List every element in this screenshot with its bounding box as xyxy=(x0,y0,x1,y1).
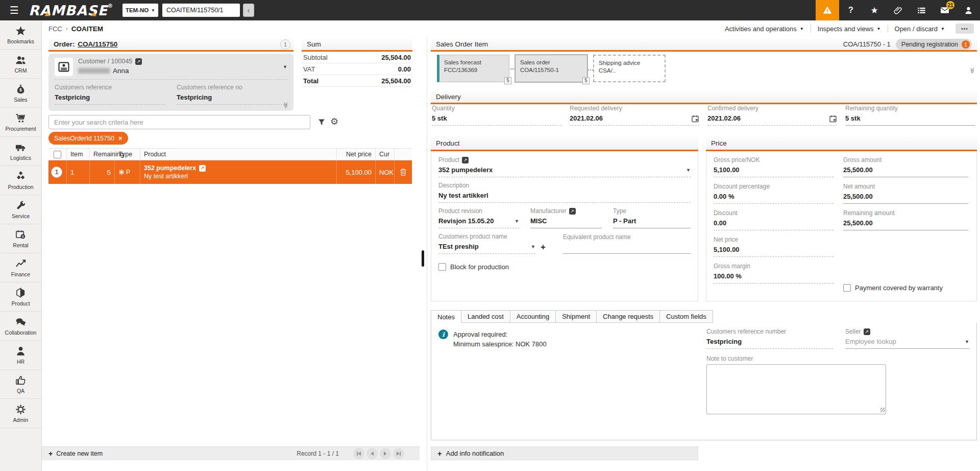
item-search-input[interactable] xyxy=(48,115,310,129)
activities-operations-menu[interactable]: Activities and operations ▼ xyxy=(718,25,811,33)
tab-notes[interactable]: Notes xyxy=(431,310,461,323)
open-seller-icon[interactable]: ↗ xyxy=(864,328,870,335)
trash-icon[interactable] xyxy=(400,168,407,176)
chevron-down-icon[interactable]: ▼ xyxy=(531,242,535,251)
chevron-down-icon[interactable]: ▼ xyxy=(514,217,519,226)
add-info-notification-button[interactable]: + Add info notification xyxy=(431,446,698,460)
sidebar-item-hr[interactable]: HR xyxy=(0,341,41,370)
more-options-button[interactable]: ••• xyxy=(955,23,974,34)
main-area: Order: COA/115750 1 Customer / 100045 ↗ xyxy=(42,37,980,471)
requested-delivery-field[interactable]: Requested delivery 2021.02.06 xyxy=(570,105,699,126)
confirmed-delivery-field[interactable]: Confirmed delivery 2021.02.06 xyxy=(707,105,837,126)
global-search-input[interactable] xyxy=(162,4,240,17)
user-profile-button[interactable] xyxy=(957,0,980,20)
sidebar-item-bookmarks[interactable]: Bookmarks xyxy=(0,20,41,50)
column-header-cur[interactable]: Cur xyxy=(376,149,395,160)
customer-dropdown-icon[interactable]: ▼ xyxy=(283,64,287,69)
description-field[interactable]: Description Ny test artikkerl xyxy=(438,182,691,203)
sidebar-item-collaboration[interactable]: Collaboration xyxy=(0,312,41,341)
order-link[interactable]: COA/115750 xyxy=(78,40,117,48)
filter-funnel-icon[interactable] xyxy=(317,118,326,128)
tab-shipment[interactable]: Shipment xyxy=(555,310,597,323)
module-select[interactable]: TEM-NO ▼ xyxy=(122,4,158,17)
help-button[interactable]: ? xyxy=(839,0,863,20)
sidebar-item-product[interactable]: Product xyxy=(0,282,41,312)
product-name: 352 pumpedelerx xyxy=(144,164,196,172)
calendar-icon[interactable] xyxy=(829,114,837,123)
create-new-item-button[interactable]: + Create new item xyxy=(48,450,103,458)
table-row[interactable]: 1 1 5 P 352 pumpedelerx ↗ Ny test artikk… xyxy=(48,160,412,184)
notes-right-column: Customers reference number Testpricing S… xyxy=(706,328,969,414)
sidebar-item-logistics[interactable]: Logistics xyxy=(0,137,41,166)
flow-box-shipping-advice[interactable]: Shipping advice CSA/.. xyxy=(593,55,666,82)
customers-product-name-field[interactable]: Customers product name TEst preship ▼ xyxy=(438,233,535,254)
column-header-net-price[interactable]: Net price xyxy=(337,149,376,160)
add-customers-product-name-button[interactable]: + xyxy=(541,243,546,254)
open-customer-icon[interactable]: ↗ xyxy=(135,58,142,65)
note-to-customer-textarea[interactable] xyxy=(706,364,886,414)
calendar-icon[interactable] xyxy=(691,114,699,123)
splitter-drag-handle[interactable] xyxy=(422,250,424,267)
chevron-down-icon[interactable]: ▼ xyxy=(965,337,969,346)
next-page-button[interactable] xyxy=(380,448,391,459)
alerts-button[interactable] xyxy=(816,0,839,20)
gross-price-field[interactable]: Gross price/NOK 5,100.00 xyxy=(714,156,834,177)
tab-custom-fields[interactable]: Custom fields xyxy=(659,310,713,323)
product-revision-field[interactable]: Product revision Revisjon 15.05.20 ▼ xyxy=(438,207,519,228)
previous-page-button[interactable] xyxy=(366,448,378,459)
column-header-product[interactable]: Product xyxy=(140,149,337,160)
expand-flow-icon[interactable]: ≫ xyxy=(969,67,976,74)
textarea-resize-handle[interactable] xyxy=(880,408,885,412)
tasks-list-button[interactable] xyxy=(910,0,933,20)
sidebar-item-sales[interactable]: $ Sales xyxy=(0,79,41,108)
sidebar-item-service[interactable]: Service xyxy=(0,195,41,224)
sidebar-item-rental[interactable]: $ Rental xyxy=(0,224,41,253)
flow-connector-dotted xyxy=(588,66,593,70)
column-header-remaining[interactable]: Remaining xyxy=(90,149,115,160)
flow-box-sales-forecast[interactable]: Sales forecast FCC/136369 5 xyxy=(437,55,509,82)
quantity-field[interactable]: Quantity 5 stk xyxy=(432,105,561,126)
column-header-item[interactable]: Item xyxy=(67,149,90,160)
open-discard-menu[interactable]: Open / discard ▼ xyxy=(888,25,951,33)
column-header-type[interactable]: Type xyxy=(115,149,140,160)
equivalent-product-name-field[interactable]: Equivalent product name xyxy=(563,233,691,254)
open-manufacturer-icon[interactable]: ↗ xyxy=(569,208,576,215)
open-product-icon[interactable]: ↗ xyxy=(462,157,469,163)
sidebar-item-crm[interactable]: CRM xyxy=(0,50,41,79)
sidebar-item-finance[interactable]: Finance xyxy=(0,253,41,282)
sales-order-filter-chip[interactable]: SalesOrderId 115750 × xyxy=(48,132,128,145)
messages-button[interactable]: 21 xyxy=(933,0,957,20)
customers-reference-number-field[interactable]: Customers reference number Testpricing xyxy=(706,328,833,349)
remove-filter-icon[interactable]: × xyxy=(118,134,122,142)
sidebar-item-procurement[interactable]: Procurement xyxy=(0,108,41,137)
first-page-button[interactable] xyxy=(353,448,364,459)
customers-reference-field[interactable]: Customers reference Testpricing xyxy=(55,84,165,105)
product-field[interactable]: Product ↗ 352 pumpedelerx ▼ xyxy=(438,156,691,177)
inspects-views-menu[interactable]: Inspects and views ▼ xyxy=(811,25,888,33)
sidebar-item-qa[interactable]: QA xyxy=(0,370,41,399)
expand-customer-card-icon[interactable]: ≫ xyxy=(283,102,290,109)
block-for-production-checkbox[interactable] xyxy=(438,263,446,271)
customers-reference-no-field[interactable]: Customers reference no Testpricing xyxy=(177,84,287,105)
discount-percentage-field[interactable]: Discount percentage 0.00 % xyxy=(714,183,834,204)
tab-landed-cost[interactable]: Landed cost xyxy=(461,310,510,323)
favorites-button[interactable]: ★ xyxy=(863,0,886,20)
open-product-icon[interactable]: ↗ xyxy=(199,165,206,172)
tab-change-requests[interactable]: Change requests xyxy=(596,310,660,323)
discount-field[interactable]: Discount 0.00 xyxy=(714,209,834,230)
sidebar-item-admin[interactable]: Admin xyxy=(0,399,41,428)
back-button[interactable]: ‹ xyxy=(243,4,254,17)
attachments-button[interactable] xyxy=(886,0,910,20)
last-page-button[interactable] xyxy=(393,448,404,459)
chevron-down-icon[interactable]: ▼ xyxy=(686,166,691,175)
hamburger-menu-icon[interactable]: ☰ xyxy=(0,4,29,16)
tab-accounting[interactable]: Accounting xyxy=(510,310,556,323)
payment-warranty-checkbox[interactable] xyxy=(843,284,851,292)
select-all-checkbox[interactable] xyxy=(54,151,61,158)
settings-gear-icon[interactable]: ⚙ xyxy=(330,116,338,127)
net-price-field[interactable]: Net price 5,100.00 xyxy=(714,236,834,257)
breadcrumb-root[interactable]: FCC xyxy=(48,25,62,33)
seller-field[interactable]: Seller ↗ Employee lookup ▼ xyxy=(845,328,969,349)
sidebar-item-production[interactable]: Production xyxy=(0,166,41,195)
flow-box-sales-order[interactable]: Sales order COA/115750-1 5 xyxy=(515,55,587,82)
